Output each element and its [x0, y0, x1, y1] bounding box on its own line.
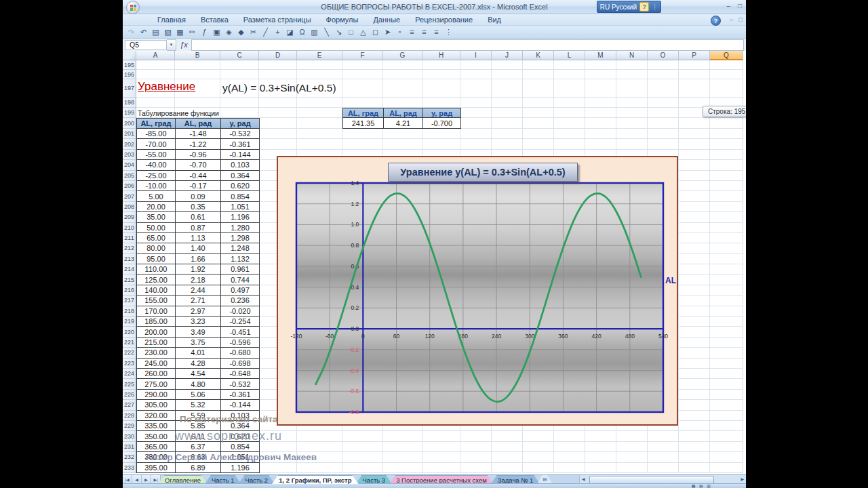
table-cell[interactable]: 4.80: [176, 379, 221, 389]
table-cell[interactable]: -40.00: [137, 160, 176, 170]
cell[interactable]: [523, 118, 554, 129]
row-header-231[interactable]: 231: [123, 442, 136, 452]
table-cell[interactable]: 125.00: [137, 274, 176, 285]
cell[interactable]: [554, 129, 585, 139]
table-cell[interactable]: 365.00: [137, 442, 176, 452]
cell[interactable]: [710, 171, 743, 181]
sheet-tab-4[interactable]: 1, 2 Графики, ПР, экстр: [272, 475, 358, 484]
cell[interactable]: [175, 98, 220, 108]
row-header-226[interactable]: 226: [123, 390, 136, 400]
column-header-Q[interactable]: Q: [710, 51, 743, 60]
cell[interactable]: [679, 191, 710, 201]
scroll-right-icon[interactable]: ▶: [741, 476, 744, 481]
cell[interactable]: [648, 129, 679, 139]
line-icon[interactable]: ╲: [321, 26, 332, 37]
cell[interactable]: [679, 129, 710, 139]
row-header-224[interactable]: 224: [123, 369, 136, 379]
cell[interactable]: [342, 60, 383, 70]
cell[interactable]: [220, 60, 259, 70]
row-header-228[interactable]: 228: [123, 411, 136, 421]
table-cell[interactable]: -0.532: [221, 129, 260, 139]
table-cell[interactable]: -0.698: [221, 359, 260, 369]
cell[interactable]: [460, 452, 492, 462]
cell[interactable]: [297, 463, 342, 473]
cell[interactable]: [710, 411, 743, 421]
table-cell[interactable]: 4.28: [176, 359, 221, 369]
office-button[interactable]: [126, 1, 140, 14]
row-header-196[interactable]: 196: [123, 70, 136, 79]
cell[interactable]: [422, 79, 460, 98]
cell[interactable]: [342, 431, 383, 441]
cell[interactable]: [679, 60, 710, 70]
cell[interactable]: [679, 264, 710, 274]
row-header-219[interactable]: 219: [123, 317, 136, 327]
ribbon-tab-3[interactable]: Разметка страницы: [236, 15, 319, 24]
cell[interactable]: [648, 442, 679, 452]
column-header-P[interactable]: P: [679, 51, 710, 60]
cell[interactable]: [342, 463, 383, 473]
cell[interactable]: [679, 139, 710, 149]
row-header-198[interactable]: 198: [123, 98, 136, 108]
table-cell[interactable]: 0.09: [176, 191, 221, 201]
cell[interactable]: [616, 98, 648, 108]
table-cell[interactable]: -0.532: [221, 379, 260, 389]
cell[interactable]: [648, 108, 679, 118]
extremum-cell[interactable]: 241.35: [343, 118, 384, 129]
cell[interactable]: [679, 202, 710, 212]
cell[interactable]: [554, 452, 585, 462]
cell[interactable]: [342, 98, 383, 108]
extremum-cell[interactable]: -0.700: [423, 118, 461, 129]
language-bar[interactable]: RU Русский ? ⋮: [597, 1, 661, 13]
row-header-232[interactable]: 232: [123, 452, 136, 462]
copy-icon[interactable]: ▤: [150, 26, 161, 37]
cell[interactable]: [585, 98, 616, 108]
cell[interactable]: [679, 181, 710, 191]
eraser-icon[interactable]: ◪: [284, 26, 296, 37]
name-box-dropdown-icon[interactable]: ▾: [167, 39, 176, 51]
column-header-O[interactable]: O: [648, 51, 679, 60]
cell[interactable]: [710, 317, 743, 327]
table-cell[interactable]: 5.00: [137, 191, 176, 201]
table-cell[interactable]: -0.361: [221, 390, 260, 400]
cell[interactable]: [710, 327, 743, 337]
table-cell[interactable]: 275.00: [137, 379, 176, 389]
column-header-C[interactable]: C: [220, 51, 259, 60]
cell[interactable]: [383, 442, 422, 452]
cell[interactable]: [648, 98, 679, 108]
table-cell[interactable]: 0.61: [176, 212, 221, 222]
cell[interactable]: [679, 274, 710, 285]
cell[interactable]: [383, 70, 422, 79]
table-cell[interactable]: 35.00: [137, 212, 176, 222]
table-cell[interactable]: 20.00: [137, 202, 176, 212]
cell[interactable]: [460, 108, 492, 118]
cell[interactable]: [710, 369, 743, 379]
cell[interactable]: [679, 442, 710, 452]
cell[interactable]: [616, 60, 648, 70]
cell[interactable]: [710, 452, 743, 462]
cell[interactable]: [383, 129, 422, 139]
cell[interactable]: [679, 160, 710, 170]
table-cell[interactable]: 305.00: [137, 400, 176, 410]
cell[interactable]: [679, 390, 710, 400]
ribbon-tab-6[interactable]: Рецензирование: [408, 15, 480, 24]
table-cell[interactable]: 4.54: [176, 369, 221, 379]
column-header-M[interactable]: M: [585, 51, 616, 60]
language-menu-icon[interactable]: ⋮: [652, 3, 658, 10]
cell[interactable]: [492, 431, 523, 441]
table-cell[interactable]: 0.961: [221, 264, 260, 274]
row-header-220[interactable]: 220: [123, 327, 136, 337]
cell[interactable]: [554, 463, 585, 473]
table-cell[interactable]: 200.00: [137, 327, 176, 337]
cell[interactable]: [523, 108, 554, 118]
cell[interactable]: [648, 79, 679, 98]
cell[interactable]: [679, 296, 710, 306]
column-header-F[interactable]: F: [342, 51, 383, 60]
cell[interactable]: [297, 98, 342, 108]
help-button[interactable]: ?: [711, 16, 721, 26]
cell[interactable]: [616, 463, 648, 473]
cell[interactable]: [554, 70, 585, 79]
table-cell[interactable]: 0.87: [176, 223, 221, 233]
align-right-icon[interactable]: ≡: [431, 26, 442, 37]
cell[interactable]: [616, 442, 648, 452]
cell[interactable]: [710, 181, 743, 191]
